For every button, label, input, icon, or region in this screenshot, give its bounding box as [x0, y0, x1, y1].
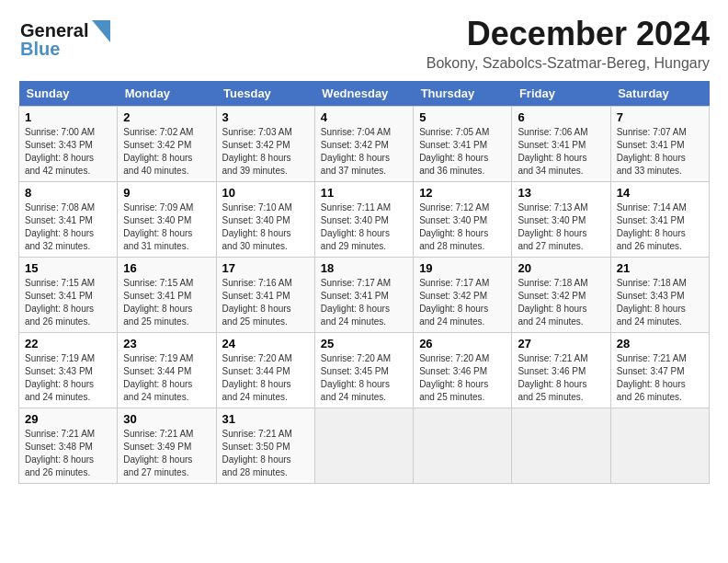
- day-info: Sunrise: 7:17 AMSunset: 3:41 PMDaylight:…: [321, 277, 407, 328]
- calendar-week-row: 15Sunrise: 7:15 AMSunset: 3:41 PMDayligh…: [19, 258, 710, 333]
- calendar-day-cell: 15Sunrise: 7:15 AMSunset: 3:41 PMDayligh…: [19, 258, 118, 333]
- calendar-day-cell: 14Sunrise: 7:14 AMSunset: 3:41 PMDayligh…: [610, 182, 709, 258]
- header: General Blue December 2024 Bokony, Szabo…: [18, 15, 710, 72]
- day-number: 24: [222, 337, 309, 350]
- calendar-day-cell: 9Sunrise: 7:09 AMSunset: 3:40 PMDaylight…: [118, 182, 216, 258]
- day-number: 2: [123, 110, 210, 124]
- day-number: 16: [123, 261, 210, 275]
- svg-text:General: General: [20, 20, 88, 40]
- day-number: 12: [419, 186, 506, 200]
- logo: General Blue: [18, 15, 119, 61]
- weekday-header-tuesday: Tuesday: [216, 81, 314, 107]
- svg-marker-2: [92, 20, 110, 42]
- calendar-day-cell: 7Sunrise: 7:07 AMSunset: 3:41 PMDaylight…: [610, 107, 709, 182]
- calendar-day-cell: 20Sunrise: 7:18 AMSunset: 3:42 PMDayligh…: [512, 258, 610, 333]
- calendar-day-cell: 3Sunrise: 7:03 AMSunset: 3:42 PMDaylight…: [216, 107, 314, 182]
- day-info: Sunrise: 7:13 AMSunset: 3:40 PMDaylight:…: [518, 201, 604, 253]
- weekday-header-friday: Friday: [512, 81, 610, 107]
- calendar-day-cell: 18Sunrise: 7:17 AMSunset: 3:41 PMDayligh…: [314, 258, 413, 333]
- calendar-day-cell: 22Sunrise: 7:19 AMSunset: 3:43 PMDayligh…: [19, 333, 118, 408]
- day-info: Sunrise: 7:20 AMSunset: 3:44 PMDaylight:…: [222, 352, 309, 404]
- logo-svg: General Blue: [18, 15, 119, 61]
- day-info: Sunrise: 7:18 AMSunset: 3:42 PMDaylight:…: [518, 277, 604, 328]
- day-number: 21: [617, 261, 703, 275]
- calendar-table: SundayMondayTuesdayWednesdayThursdayFrid…: [18, 81, 710, 484]
- day-info: Sunrise: 7:21 AMSunset: 3:50 PMDaylight:…: [222, 428, 309, 479]
- calendar-day-cell: [414, 408, 512, 484]
- day-number: 30: [123, 412, 210, 426]
- calendar-day-cell: 8Sunrise: 7:08 AMSunset: 3:41 PMDaylight…: [19, 182, 118, 258]
- calendar-day-cell: 21Sunrise: 7:18 AMSunset: 3:43 PMDayligh…: [610, 258, 709, 333]
- day-number: 8: [25, 186, 111, 200]
- calendar-day-cell: 24Sunrise: 7:20 AMSunset: 3:44 PMDayligh…: [216, 333, 314, 408]
- day-number: 13: [518, 186, 604, 200]
- calendar-day-cell: [512, 408, 610, 484]
- calendar-day-cell: [610, 408, 709, 484]
- month-title: December 2024: [427, 15, 710, 53]
- day-number: 27: [518, 337, 604, 350]
- day-info: Sunrise: 7:03 AMSunset: 3:42 PMDaylight:…: [222, 126, 309, 178]
- day-number: 25: [321, 337, 407, 350]
- calendar-week-row: 22Sunrise: 7:19 AMSunset: 3:43 PMDayligh…: [19, 333, 710, 408]
- day-info: Sunrise: 7:21 AMSunset: 3:49 PMDaylight:…: [123, 428, 210, 479]
- calendar-day-cell: 6Sunrise: 7:06 AMSunset: 3:41 PMDaylight…: [512, 107, 610, 182]
- day-info: Sunrise: 7:20 AMSunset: 3:46 PMDaylight:…: [419, 352, 506, 404]
- day-info: Sunrise: 7:00 AMSunset: 3:43 PMDaylight:…: [25, 126, 111, 178]
- day-number: 4: [321, 110, 407, 124]
- day-info: Sunrise: 7:06 AMSunset: 3:41 PMDaylight:…: [518, 126, 604, 178]
- location-title: Bokony, Szabolcs-Szatmar-Bereg, Hungary: [427, 55, 710, 72]
- calendar-day-cell: 27Sunrise: 7:21 AMSunset: 3:46 PMDayligh…: [512, 333, 610, 408]
- day-info: Sunrise: 7:11 AMSunset: 3:40 PMDaylight:…: [321, 201, 407, 253]
- day-info: Sunrise: 7:21 AMSunset: 3:46 PMDaylight:…: [518, 352, 604, 404]
- calendar-day-cell: 4Sunrise: 7:04 AMSunset: 3:42 PMDaylight…: [314, 107, 413, 182]
- day-number: 11: [321, 186, 407, 200]
- day-info: Sunrise: 7:14 AMSunset: 3:41 PMDaylight:…: [617, 201, 703, 253]
- day-number: 17: [222, 261, 309, 275]
- calendar-week-row: 8Sunrise: 7:08 AMSunset: 3:41 PMDaylight…: [19, 182, 710, 258]
- day-info: Sunrise: 7:15 AMSunset: 3:41 PMDaylight:…: [123, 277, 210, 328]
- day-number: 5: [419, 110, 506, 124]
- day-info: Sunrise: 7:21 AMSunset: 3:48 PMDaylight:…: [25, 428, 111, 479]
- day-number: 31: [222, 412, 309, 426]
- day-number: 18: [321, 261, 407, 275]
- calendar-day-cell: 12Sunrise: 7:12 AMSunset: 3:40 PMDayligh…: [414, 182, 512, 258]
- calendar-day-cell: 30Sunrise: 7:21 AMSunset: 3:49 PMDayligh…: [118, 408, 216, 484]
- day-info: Sunrise: 7:10 AMSunset: 3:40 PMDaylight:…: [222, 201, 309, 253]
- day-info: Sunrise: 7:16 AMSunset: 3:41 PMDaylight:…: [222, 277, 309, 328]
- day-number: 10: [222, 186, 309, 200]
- calendar-day-cell: 5Sunrise: 7:05 AMSunset: 3:41 PMDaylight…: [414, 107, 512, 182]
- day-info: Sunrise: 7:21 AMSunset: 3:47 PMDaylight:…: [617, 352, 703, 404]
- day-number: 29: [25, 412, 111, 426]
- calendar-day-cell: 17Sunrise: 7:16 AMSunset: 3:41 PMDayligh…: [216, 258, 314, 333]
- title-area: December 2024 Bokony, Szabolcs-Szatmar-B…: [427, 15, 710, 72]
- day-info: Sunrise: 7:08 AMSunset: 3:41 PMDaylight:…: [25, 201, 111, 253]
- calendar-day-cell: 16Sunrise: 7:15 AMSunset: 3:41 PMDayligh…: [118, 258, 216, 333]
- calendar-day-cell: 23Sunrise: 7:19 AMSunset: 3:44 PMDayligh…: [118, 333, 216, 408]
- day-number: 26: [419, 337, 506, 350]
- calendar-day-cell: 1Sunrise: 7:00 AMSunset: 3:43 PMDaylight…: [19, 107, 118, 182]
- day-number: 9: [123, 186, 210, 200]
- calendar-week-row: 29Sunrise: 7:21 AMSunset: 3:48 PMDayligh…: [19, 408, 710, 484]
- day-number: 6: [518, 110, 604, 124]
- calendar-day-cell: 11Sunrise: 7:11 AMSunset: 3:40 PMDayligh…: [314, 182, 413, 258]
- day-number: 3: [222, 110, 309, 124]
- day-info: Sunrise: 7:02 AMSunset: 3:42 PMDaylight:…: [123, 126, 210, 178]
- day-info: Sunrise: 7:07 AMSunset: 3:41 PMDaylight:…: [617, 126, 703, 178]
- calendar-day-cell: 26Sunrise: 7:20 AMSunset: 3:46 PMDayligh…: [414, 333, 512, 408]
- weekday-header-wednesday: Wednesday: [314, 81, 413, 107]
- weekday-header-saturday: Saturday: [610, 81, 709, 107]
- day-info: Sunrise: 7:05 AMSunset: 3:41 PMDaylight:…: [419, 126, 506, 178]
- calendar-day-cell: 13Sunrise: 7:13 AMSunset: 3:40 PMDayligh…: [512, 182, 610, 258]
- calendar-day-cell: 2Sunrise: 7:02 AMSunset: 3:42 PMDaylight…: [118, 107, 216, 182]
- day-number: 23: [123, 337, 210, 350]
- calendar-day-cell: 10Sunrise: 7:10 AMSunset: 3:40 PMDayligh…: [216, 182, 314, 258]
- day-info: Sunrise: 7:15 AMSunset: 3:41 PMDaylight:…: [25, 277, 111, 328]
- day-info: Sunrise: 7:04 AMSunset: 3:42 PMDaylight:…: [321, 126, 407, 178]
- day-number: 22: [25, 337, 111, 350]
- day-info: Sunrise: 7:09 AMSunset: 3:40 PMDaylight:…: [123, 201, 210, 253]
- weekday-header-row: SundayMondayTuesdayWednesdayThursdayFrid…: [19, 81, 710, 107]
- calendar-day-cell: 28Sunrise: 7:21 AMSunset: 3:47 PMDayligh…: [610, 333, 709, 408]
- calendar-day-cell: 25Sunrise: 7:20 AMSunset: 3:45 PMDayligh…: [314, 333, 413, 408]
- weekday-header-sunday: Sunday: [19, 81, 118, 107]
- day-number: 7: [617, 110, 703, 124]
